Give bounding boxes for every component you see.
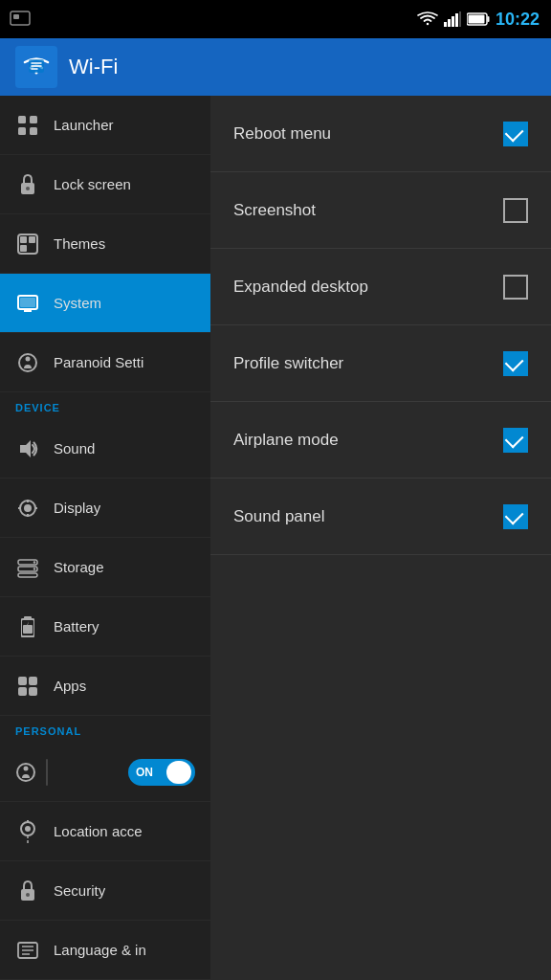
sidebar-item-label: Paranoid Setti [54,354,143,370]
sidebar-item-label: Themes [54,235,105,252]
toggle-track[interactable]: ON [128,759,195,786]
setting-label: Reboot menu [233,124,503,144]
svg-rect-41 [23,625,33,634]
sidebar-item-label: Battery [54,618,99,635]
storage-icon [15,555,40,580]
wifi-status-icon [417,11,438,27]
setting-label: Expanded desktop [233,278,503,297]
toggle-switch[interactable]: ON [128,759,195,786]
launcher-icon [15,113,40,138]
sidebar-item-label: Security [54,882,105,899]
checkbox-screenshot[interactable] [503,198,528,223]
themes-icon [15,232,40,256]
wifi-header-icon [22,56,51,78]
sidebar-item-sound[interactable]: Sound [0,419,210,479]
sidebar-item-battery[interactable]: Battery [0,597,210,657]
sidebar-item-label: Sound [54,440,95,457]
toggle-separator [46,759,48,786]
header-bar: Wi-Fi [0,38,551,96]
setting-row-reboot-menu[interactable]: Reboot menu [210,96,551,172]
sidebar-item-paranoid[interactable]: Paranoid Setti [0,333,210,392]
svg-point-47 [24,766,29,770]
setting-row-airplane-mode[interactable]: Airplane mode [210,402,551,479]
display-icon [15,496,40,521]
sidebar-item-system[interactable]: System [0,274,210,333]
sidebar-item-label: Storage [54,559,104,575]
system-icon [15,291,40,316]
svg-rect-12 [30,116,37,123]
sidebar-item-launcher[interactable]: Launcher [0,96,210,155]
svg-point-16 [26,187,30,190]
sidebar-item-apps[interactable]: Apps [0,657,210,716]
sidebar-item-label: System [54,295,101,311]
sidebar-item-security[interactable]: Security [0,861,210,921]
svg-point-49 [25,826,31,832]
language-icon [15,938,40,963]
svg-point-37 [33,561,35,563]
svg-rect-42 [18,677,27,685]
paranoid-icon [15,350,40,375]
paranoid-toggle-icon [15,762,36,783]
battery-status-icon [467,12,490,26]
svg-point-38 [33,568,35,569]
svg-rect-44 [18,687,27,696]
checkbox-profile-switcher[interactable] [503,351,528,376]
toggle-row[interactable]: ON [0,743,210,802]
svg-rect-11 [18,116,26,123]
svg-rect-6 [459,11,461,27]
setting-row-profile-switcher[interactable]: Profile switcher [210,325,551,402]
toggle-thumb [166,761,191,784]
svg-rect-8 [487,16,489,22]
security-icon [15,879,40,903]
checkbox-sound-panel[interactable] [503,504,528,529]
header-title: Wi-Fi [69,55,118,79]
setting-row-expanded-desktop[interactable]: Expanded desktop [210,249,551,325]
sidebar-item-storage[interactable]: Storage [0,538,210,597]
setting-row-sound-panel[interactable]: Sound panel [210,479,551,555]
location-icon [15,819,40,844]
svg-rect-20 [20,245,27,252]
setting-label: Screenshot [233,201,503,220]
svg-rect-5 [455,13,458,27]
svg-rect-13 [18,127,26,135]
sidebar-item-label: Language & in [54,942,146,958]
sidebar-item-label: Lock screen [54,176,131,192]
svg-rect-19 [29,236,35,243]
setting-label: Profile switcher [233,354,503,373]
svg-rect-18 [20,236,27,243]
svg-rect-1 [13,14,19,19]
sidebar-item-lock-screen[interactable]: Lock screen [0,155,210,214]
svg-rect-14 [30,127,37,135]
checkbox-expanded-desktop[interactable] [503,275,528,300]
checkbox-airplane-mode[interactable] [503,428,528,453]
status-icons: 10:22 [417,10,540,30]
status-time: 10:22 [496,10,540,30]
svg-point-29 [24,504,32,512]
sidebar-item-label: Launcher [54,117,114,133]
screenshot-icon [10,10,31,27]
checkbox-reboot-menu[interactable] [503,122,528,146]
sidebar-item-language[interactable]: Language & in [0,921,210,980]
svg-rect-2 [444,22,447,27]
sidebar: Launcher Lock screen [0,96,210,980]
sidebar-item-display[interactable]: Display [0,479,210,538]
svg-rect-4 [452,16,454,27]
setting-label: Sound panel [233,507,503,526]
svg-rect-22 [20,298,35,307]
setting-label: Airplane mode [233,431,503,450]
signal-icon [444,11,461,27]
main-layout: Launcher Lock screen [0,96,551,980]
svg-point-26 [26,356,31,361]
toggle-on-label: ON [136,766,153,779]
sidebar-item-location[interactable]: Location acce [0,802,210,861]
svg-rect-43 [29,677,37,685]
lock-icon [15,172,40,197]
apps-icon [15,674,40,699]
svg-rect-9 [468,15,484,24]
setting-row-screenshot[interactable]: Screenshot [210,172,551,249]
svg-rect-3 [448,19,451,27]
battery-sidebar-icon [15,614,40,639]
svg-rect-45 [29,687,37,696]
sidebar-item-label: Apps [54,678,86,694]
sidebar-item-themes[interactable]: Themes [0,214,210,274]
